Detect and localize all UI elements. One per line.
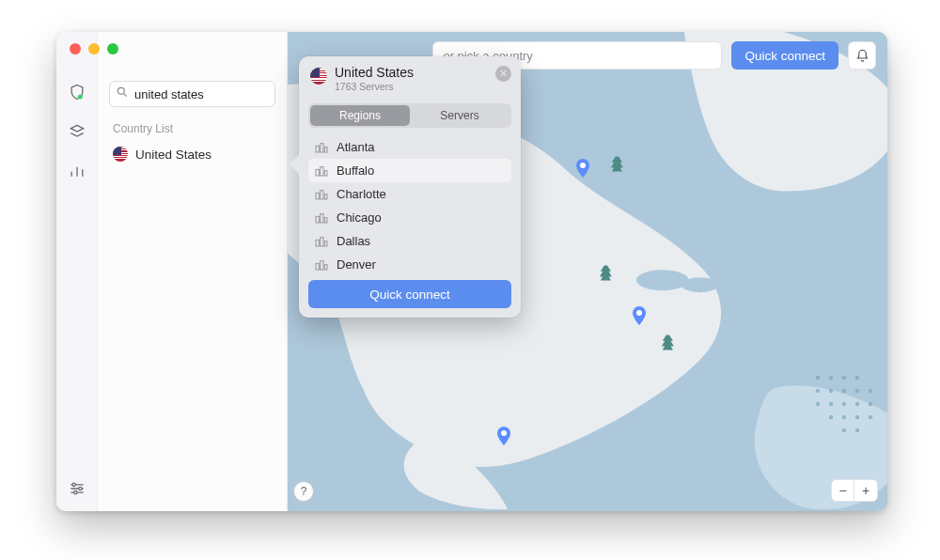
region-item[interactable]: Atlanta [308,135,511,159]
svg-point-17 [816,402,820,406]
svg-rect-32 [321,144,323,152]
region-item[interactable]: Buffalo [308,159,511,182]
svg-point-3 [73,491,76,494]
bell-icon [855,49,870,63]
zoom-in-button[interactable]: + [854,480,877,501]
region-label: Buffalo [337,163,374,178]
tree-icon [600,265,615,284]
svg-point-14 [842,389,846,393]
decoration-dots [810,370,876,436]
region-label: Dallas [337,234,370,248]
city-icon [314,188,329,201]
svg-point-25 [869,415,872,419]
shield-icon[interactable] [68,83,86,101]
svg-point-13 [829,389,833,393]
region-label: Atlanta [337,140,374,154]
svg-point-28 [580,163,586,168]
region-label: Charlotte [337,187,386,201]
city-icon [314,164,329,178]
search-input[interactable] [134,87,292,101]
svg-point-11 [855,376,859,380]
svg-point-27 [855,428,859,432]
tab-regions[interactable]: Regions [310,105,410,126]
popover-header: United States 1763 Servers [308,66,511,100]
svg-point-19 [842,402,846,406]
popover-close-button[interactable]: ✕ [495,66,511,82]
svg-point-0 [77,95,82,100]
app-window: ✕ Country List United States [56,32,887,511]
country-popover: ✕ United States 1763 Servers Regions Ser… [299,56,521,318]
quick-connect-button[interactable]: Quick connect [731,41,838,70]
svg-point-18 [829,402,833,406]
search-box[interactable]: ✕ [109,81,275,107]
us-flag-icon [310,68,327,85]
svg-rect-46 [316,263,319,270]
svg-rect-31 [316,146,319,152]
help-button[interactable]: ? [293,481,314,502]
map-pin[interactable] [628,304,650,327]
svg-point-29 [636,310,642,316]
close-window[interactable] [70,43,81,54]
svg-rect-40 [316,216,319,223]
svg-point-10 [842,376,846,380]
svg-rect-35 [321,167,323,176]
svg-point-6 [636,270,689,290]
svg-rect-44 [321,238,323,246]
svg-point-1 [72,483,75,486]
side-panel: ✕ Country List United States [98,32,288,511]
region-item[interactable]: Charlotte [308,182,511,206]
popover-quick-connect-button[interactable]: Quick connect [308,280,511,308]
window-controls [70,43,118,54]
region-list: AtlantaBuffaloCharlotteChicagoDallasDenv… [308,135,511,272]
layers-icon[interactable] [68,122,86,141]
region-item[interactable]: Dallas [308,229,511,253]
svg-point-22 [829,415,833,419]
zoom-controls: − + [831,479,878,502]
tree-icon [662,334,677,353]
tree-icon [611,156,626,175]
notifications-button[interactable] [848,41,876,70]
country-list-label: Country List [113,122,272,135]
svg-rect-37 [316,193,319,199]
svg-point-26 [842,428,846,432]
city-icon [314,141,329,154]
svg-point-21 [869,402,872,406]
svg-point-15 [855,389,859,393]
nav-rail [56,32,98,511]
region-label: Denver [337,257,376,272]
tab-servers[interactable]: Servers [410,105,509,126]
stats-icon[interactable] [68,162,86,180]
svg-point-8 [816,376,820,380]
svg-rect-42 [324,218,327,223]
svg-point-24 [855,415,859,419]
svg-point-20 [855,402,859,406]
svg-point-7 [682,277,719,292]
help-label: ? [301,485,307,498]
us-flag-icon [113,147,128,162]
svg-rect-43 [316,240,319,246]
search-icon [116,86,129,102]
city-icon [314,235,329,248]
svg-rect-36 [324,171,327,176]
country-item-united-states[interactable]: United States [109,143,275,165]
svg-point-4 [118,87,124,94]
svg-rect-34 [316,169,319,176]
region-item[interactable]: Chicago [308,206,511,229]
svg-rect-33 [324,148,327,152]
svg-point-16 [869,389,872,393]
settings-icon[interactable] [68,479,86,498]
svg-rect-45 [324,241,327,246]
svg-rect-48 [324,265,327,270]
city-icon [314,211,329,225]
city-icon [314,258,329,272]
map-pin[interactable] [493,425,515,447]
zoom-out-button[interactable]: − [832,480,854,501]
popover-server-count: 1763 Servers [335,81,414,92]
region-item[interactable]: Denver [308,253,511,272]
maximize-window[interactable] [107,43,118,54]
svg-point-12 [816,389,820,393]
minimize-window[interactable] [88,43,100,54]
svg-rect-41 [321,214,323,223]
svg-rect-38 [321,191,323,199]
map-pin[interactable] [572,157,594,179]
